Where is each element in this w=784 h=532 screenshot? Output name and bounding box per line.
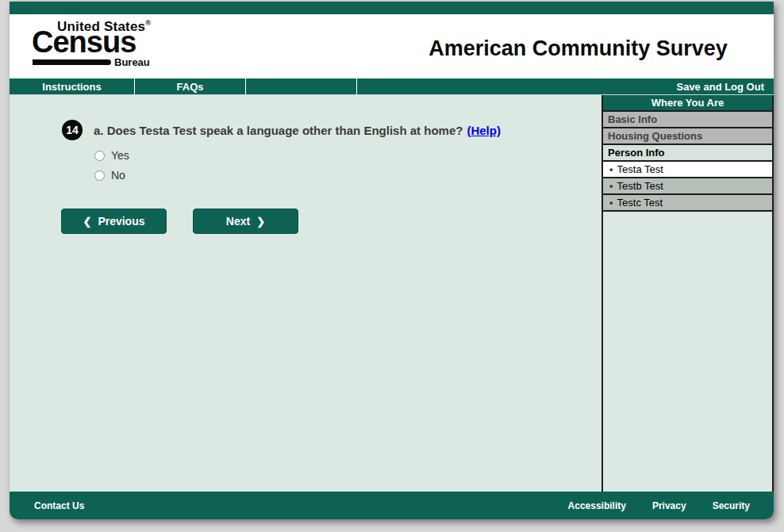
page-title: American Community Survey bbox=[398, 36, 758, 61]
question-row: 14 a. Does Testa Test speak a language o… bbox=[62, 120, 501, 140]
previous-button[interactable]: ❮ Previous bbox=[61, 209, 167, 234]
bullet-icon: • bbox=[609, 197, 613, 209]
sidebar-item-testb-test[interactable]: • Testb Test bbox=[603, 178, 772, 195]
where-you-are-sidebar: Where You Are Basic Info Housing Questio… bbox=[601, 95, 774, 492]
bullet-icon: • bbox=[609, 180, 613, 192]
accessibility-link[interactable]: Accessibility bbox=[568, 500, 626, 511]
logo-underline-bar bbox=[33, 59, 111, 65]
census-bureau-logo: United States® Census Bureau bbox=[32, 16, 159, 68]
bullet-icon: • bbox=[609, 163, 613, 175]
radio-no-label[interactable]: No bbox=[111, 169, 125, 182]
contact-us-link[interactable]: Contact Us bbox=[10, 500, 84, 511]
main-navbar: Instructions FAQs Save and Log Out bbox=[10, 78, 774, 95]
survey-window: United States® Census Bureau American Co… bbox=[10, 2, 774, 519]
sidebar-item-testb-test-label: Testb Test bbox=[617, 180, 663, 192]
sidebar-item-testc-test[interactable]: • Testc Test bbox=[603, 195, 772, 212]
main-area: 14 a. Does Testa Test speak a language o… bbox=[10, 95, 774, 492]
nav-faqs[interactable]: FAQs bbox=[135, 78, 246, 94]
question-text-label: a. Does Testa Test speak a language othe… bbox=[94, 124, 463, 137]
chevron-right-icon: ❯ bbox=[256, 216, 265, 228]
radio-option-yes[interactable]: Yes bbox=[94, 149, 129, 162]
footer-links: Accessibility Privacy Security bbox=[568, 500, 774, 511]
sidebar-item-housing-questions[interactable]: Housing Questions bbox=[603, 128, 772, 145]
logo-census-text: Census bbox=[32, 27, 136, 57]
radio-yes-icon[interactable] bbox=[94, 151, 105, 161]
page-footer: Contact Us Accessibility Privacy Securit… bbox=[10, 492, 774, 519]
sidebar-item-person-info[interactable]: Person Info bbox=[603, 145, 772, 162]
privacy-link[interactable]: Privacy bbox=[652, 500, 686, 511]
radio-yes-label[interactable]: Yes bbox=[111, 149, 129, 162]
question-panel: 14 a. Does Testa Test speak a language o… bbox=[10, 95, 601, 492]
top-accent-bar bbox=[10, 2, 774, 14]
sidebar-item-basic-info[interactable]: Basic Info bbox=[603, 112, 772, 128]
nav-empty-cell bbox=[246, 78, 357, 94]
nav-instructions[interactable]: Instructions bbox=[10, 78, 135, 94]
security-link[interactable]: Security bbox=[713, 500, 750, 511]
help-link[interactable]: (Help) bbox=[467, 124, 501, 137]
sidebar-title: Where You Are bbox=[603, 95, 772, 112]
next-button-label: Next bbox=[226, 215, 250, 228]
next-button[interactable]: Next ❯ bbox=[193, 209, 298, 234]
registered-mark: ® bbox=[145, 19, 151, 27]
save-and-logout-link[interactable]: Save and Log Out bbox=[676, 78, 774, 94]
sidebar-item-testa-test-label: Testa Test bbox=[617, 163, 663, 175]
question-number-badge: 14 bbox=[62, 120, 83, 140]
logo-bureau-text: Bureau bbox=[114, 56, 150, 68]
nav-spacer bbox=[357, 78, 676, 94]
question-text: a. Does Testa Test speak a language othe… bbox=[94, 124, 501, 137]
sidebar-item-testa-test[interactable]: • Testa Test bbox=[603, 162, 772, 178]
sidebar-item-testc-test-label: Testc Test bbox=[617, 197, 663, 209]
page-header: United States® Census Bureau American Co… bbox=[10, 14, 774, 78]
previous-button-label: Previous bbox=[98, 215, 144, 228]
chevron-left-icon: ❮ bbox=[83, 216, 91, 228]
radio-no-icon[interactable] bbox=[94, 170, 105, 181]
radio-option-no[interactable]: No bbox=[94, 169, 125, 182]
